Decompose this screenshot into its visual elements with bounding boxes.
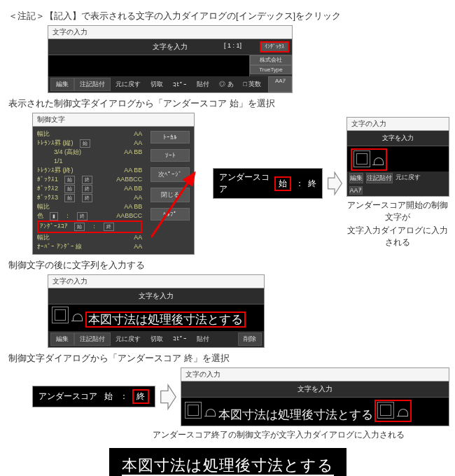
sep: ：: [295, 178, 304, 190]
control-char-dialog: 制御文字 幅比AA ﾄﾚﾗﾝｽ罫 (縦)始AA 3/4 (高始)AA BB 1/…: [32, 113, 195, 255]
aa-button[interactable]: AAｱ: [268, 76, 292, 92]
tb-paste[interactable]: 注記貼付: [366, 173, 393, 183]
tb-paste[interactable]: 注記貼付: [74, 332, 111, 346]
underscore-zoom: アンダースコア 始 ： 終: [213, 168, 322, 199]
side-close[interactable]: 閉じる: [150, 188, 190, 202]
end-marker[interactable]: 終: [132, 389, 149, 404]
toolbar: 編集 注記貼付 元に戻す 切取 ｺﾋﾟｰ 貼付 ◎ あ □ 英数: [48, 76, 268, 92]
tb-checks[interactable]: □ 英数: [239, 78, 267, 90]
input-area[interactable]: 本図寸法は処理後寸法とする: [181, 398, 449, 426]
input-area[interactable]: 本図寸法は処理後寸法とする: [48, 304, 264, 331]
step-3-text: 制御文字の後に文字列を入力する: [8, 259, 449, 272]
text-input-dialog-2: 文字の入力 文字を入力 本図寸法は処理後寸法とする 編集 注記貼付 元に戻す 切…: [48, 274, 265, 348]
tb-paste2[interactable]: 貼付: [192, 78, 214, 90]
tb-undo[interactable]: 元に戻す: [111, 78, 146, 90]
caption-a-line2: 文字入力ダイアログに入力される: [346, 225, 449, 248]
ctrl-glyph-icon: [185, 402, 202, 419]
ctrl-list: 幅比AA ﾄﾚﾗﾝｽ罫 (縦)始AA 3/4 (高始)AA BB 1/1 ﾄﾚﾗ…: [33, 127, 146, 254]
side-sort[interactable]: ｿｰﾄ: [150, 149, 190, 162]
arrow-right-icon: [160, 382, 176, 412]
toolbar: 編集 注記貼付 元に戻す 切取 ｺﾋﾟｰ 貼付 削除: [48, 331, 264, 347]
tb-paste[interactable]: 注記貼付: [74, 78, 111, 91]
tb-undo[interactable]: 元に戻す: [111, 333, 146, 345]
text-input-dialog-1: 文字の入力 文字を入力 [ 1 : 1] ｲﾝﾃﾞｯｸｽ 株式会社 TrueTy…: [48, 25, 293, 93]
tb-circle[interactable]: ◎ あ: [214, 78, 239, 90]
toolbar: 編集 注記貼付 元に戻す: [347, 172, 449, 185]
entered-text: 本図寸法は処理後寸法とする: [218, 408, 373, 421]
caption-a-line1: アンダースコア開始の制御文字が: [346, 200, 449, 223]
underscore-row[interactable]: ｱﾝﾀﾞｰｽｺｱ 始 ： 終: [37, 220, 142, 232]
end-marker: 終: [308, 178, 316, 190]
tb-undo[interactable]: 元に戻す: [396, 173, 421, 183]
ctrl-dialog-title: 制御文字: [33, 113, 194, 127]
tb-copy[interactable]: ｺﾋﾟｰ: [168, 80, 192, 90]
index-button[interactable]: ｲﾝﾃﾞｯｸｽ: [260, 41, 289, 52]
underscore-begin-sym[interactable]: 始: [74, 223, 85, 231]
tb-cut[interactable]: 切取: [146, 333, 168, 345]
underscore-zoom-end: アンダースコア 始 ： 終: [32, 386, 155, 407]
dialog-title: 文字の入力: [181, 368, 449, 382]
tb-edit[interactable]: 編集: [349, 173, 363, 183]
text-input-dialog-result1: 文字の入力 文字を入力 編集 注記貼付 元に戻す AAｱ: [346, 117, 449, 197]
bell-glyph-icon: [71, 312, 83, 325]
caption-b: アンダースコア終了の制御文字が文字入力ダイアログに入力される: [153, 429, 449, 441]
header-input-label: 文字を入力: [153, 42, 188, 52]
aa-button[interactable]: AAｱ: [349, 186, 363, 195]
ctrl-glyph-end-icon: [377, 402, 394, 419]
begin-marker: 始: [102, 391, 115, 402]
step-1-text: ＜注記＞【記入】で表示される文字の入力ダイアログの[インデックス]をクリック: [8, 10, 449, 22]
final-rendered-text: 本図寸法は処理後寸法とする: [109, 448, 346, 476]
tb-delete[interactable]: 削除: [238, 332, 262, 346]
dialog-title: 文字の入力: [48, 26, 292, 39]
tb-cut[interactable]: 切取: [146, 78, 168, 90]
underscore-label: アンダースコア: [219, 172, 270, 195]
input-area[interactable]: [347, 146, 449, 172]
final-text-value: 本図寸法は処理後寸法とする: [122, 456, 334, 476]
dialog-title: 文字の入力: [347, 118, 449, 131]
counter: [ 1 : 1]: [224, 42, 241, 49]
dialog-header: 文字を入力 [ 1 : 1] ｲﾝﾃﾞｯｸｽ: [48, 39, 292, 55]
ctrl-glyph-icon: [354, 150, 370, 167]
bell-glyph-icon: [204, 407, 216, 420]
tb-paste2[interactable]: 貼付: [192, 333, 214, 345]
ctrl-side-buttons: ﾄｰｶﾙ ｿｰﾄ 次ﾍﾟｰｼﾞ 閉じる ﾍﾙﾌﾟ: [146, 127, 194, 254]
release-button[interactable]: 株式会社: [250, 55, 292, 65]
tb-edit[interactable]: 編集: [50, 78, 74, 91]
tb-copy[interactable]: ｺﾋﾟｰ: [168, 334, 192, 344]
side-help[interactable]: ﾍﾙﾌﾟ: [150, 208, 190, 220]
step-4-text: 制御文字ダイアログから「アンダースコア 終」を選択: [8, 352, 449, 365]
side-page[interactable]: 次ﾍﾟｰｼﾞ: [150, 167, 190, 182]
dialog-title: 文字の入力: [48, 275, 264, 288]
dialog-header: 文字を入力: [347, 131, 449, 146]
ctrl-glyph-icon: [52, 307, 69, 323]
bell-glyph-icon: [372, 156, 384, 169]
text-input-dialog-3: 文字の入力 文字を入力 本図寸法は処理後寸法とする: [181, 368, 449, 426]
arrow-right-icon: [327, 168, 342, 199]
tb-edit[interactable]: 編集: [50, 332, 74, 346]
truetype-button[interactable]: TrueType: [250, 65, 292, 75]
begin-marker[interactable]: 始: [274, 176, 291, 191]
input-area[interactable]: [48, 55, 249, 76]
step-2-text: 表示された制御文字ダイアログから「アンダースコア 始」を選択: [8, 97, 449, 110]
entered-text: 本図寸法は処理後寸法とする: [85, 312, 246, 328]
side-all[interactable]: ﾄｰｶﾙ: [150, 131, 190, 144]
bell-glyph-end-icon: [396, 407, 409, 420]
